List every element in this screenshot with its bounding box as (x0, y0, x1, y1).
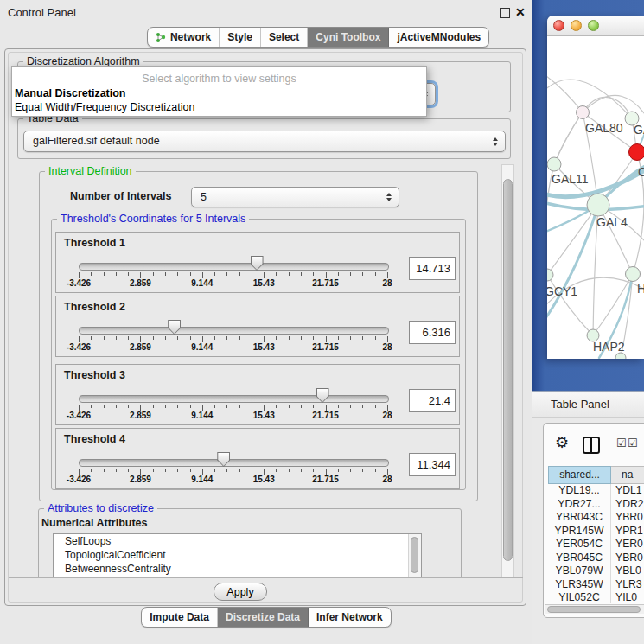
threshold-slider-track[interactable] (79, 395, 389, 403)
table-row[interactable]: YDL19...YDL1 (548, 484, 644, 498)
cell-name[interactable]: YBL0 (611, 564, 644, 578)
table-row[interactable]: YPR145WYPR1 (548, 525, 644, 539)
threshold-slider-track[interactable] (79, 327, 389, 335)
cell-name[interactable]: YDL1 (611, 484, 644, 498)
bottom-tab-impute-data[interactable]: Impute Data (142, 608, 218, 627)
top-tab-select[interactable]: Select (261, 28, 308, 47)
bottom-tab-discretize-data[interactable]: Discretize Data (218, 608, 309, 627)
table-row[interactable]: YIL052CYIL0 (548, 591, 644, 603)
threshold-panel-3: Threshold 3-3.4262.8599.14415.4321.71528… (55, 364, 460, 425)
slider-tick (289, 272, 290, 276)
network-edge[interactable] (554, 112, 583, 164)
table-row[interactable]: YBR043CYBR0 (548, 511, 644, 525)
slider-tick (387, 469, 388, 475)
threshold-value-field[interactable]: 6.316 (409, 321, 456, 344)
network-node[interactable] (547, 157, 561, 171)
cell-name[interactable]: YER0 (611, 538, 644, 552)
apply-button[interactable]: Apply (214, 583, 267, 601)
checkbox-icon[interactable]: ☑ (628, 437, 638, 450)
threshold-slider-track[interactable] (79, 459, 389, 467)
number-of-intervals-combo[interactable]: 5 (191, 187, 399, 207)
attributes-list-scrollbar[interactable] (408, 534, 421, 577)
checkbox-icon[interactable]: ☑ (616, 437, 627, 450)
zoom-traffic-light-icon[interactable] (588, 20, 599, 31)
top-tab-cyni-toolbox[interactable]: Cyni Toolbox (308, 28, 389, 47)
network-edge[interactable] (547, 71, 583, 112)
cell-shared-name[interactable]: YER054C (548, 538, 611, 552)
table-data-combo-value: galFiltered.sif default node (33, 131, 160, 151)
threshold-value-field[interactable]: 11.344 (409, 453, 456, 476)
threshold-value-field[interactable]: 21.4 (409, 389, 456, 412)
table-row[interactable]: YDR27...YDR2 (548, 498, 644, 512)
network-node[interactable] (615, 353, 626, 359)
gear-icon[interactable]: ⚙ (555, 434, 569, 451)
slider-tick (362, 272, 363, 276)
float-window-icon[interactable] (500, 8, 510, 18)
threshold-value-field[interactable]: 14.713 (409, 257, 456, 280)
close-icon[interactable]: ✕ (515, 4, 526, 20)
network-node[interactable] (629, 144, 644, 161)
network-edge[interactable] (554, 112, 583, 164)
right-pane: GAL80GAGAL11CGAL4GCY1HHAP2 Table Panel ⚙… (532, 0, 644, 644)
table-hscrollbar[interactable] (545, 604, 644, 614)
slider-tick (338, 405, 339, 408)
panel-scrollbar[interactable] (501, 164, 514, 577)
table-hscrollbar-thumb[interactable] (547, 606, 641, 613)
table-row[interactable]: YBL079WYBL0 (548, 564, 644, 578)
attribute-list-item[interactable]: TopologicalCoefficient (54, 548, 421, 562)
top-tab-jactivemnodules[interactable]: jActiveMNodules (389, 28, 488, 47)
close-traffic-light-icon[interactable] (553, 20, 564, 31)
numerical-attributes-list[interactable]: SelfLoopsTopologicalCoefficientBetweenne… (53, 533, 422, 577)
network-edge[interactable] (547, 80, 632, 118)
slider-tick (79, 336, 80, 342)
column-header-name[interactable]: na (611, 466, 644, 484)
combo-arrows-icon (386, 193, 392, 201)
table-data-combo[interactable]: galFiltered.sif default node (23, 131, 506, 152)
attribute-list-item[interactable]: BetweennessCentrality (54, 562, 421, 576)
slider-tick-label: 9.144 (191, 475, 213, 484)
cell-name[interactable]: YIL0 (611, 591, 644, 603)
network-node-label: GA (634, 123, 644, 137)
table-row[interactable]: YER054CYER0 (548, 538, 644, 552)
slider-tick (91, 336, 92, 340)
column-header-shared-name[interactable]: shared... (548, 466, 611, 484)
cell-shared-name[interactable]: YIL052C (548, 591, 611, 603)
network-node[interactable] (587, 194, 609, 216)
cell-shared-name[interactable]: YPR145W (548, 525, 611, 539)
table-row[interactable]: YBR045CYBR0 (548, 552, 644, 565)
network-node[interactable] (547, 269, 553, 281)
threshold-slider-track[interactable] (79, 263, 389, 271)
network-edge[interactable] (583, 97, 632, 118)
cell-shared-name[interactable]: YBR043C (548, 511, 611, 525)
slider-tick (350, 336, 351, 340)
popup-item-manual-discretization[interactable]: Manual Discretization (15, 86, 424, 100)
panel-scrollbar-thumb[interactable] (503, 179, 513, 561)
minimize-traffic-light-icon[interactable] (571, 20, 582, 31)
network-edge[interactable] (547, 205, 598, 275)
cell-shared-name[interactable]: YLR345W (548, 578, 611, 592)
scrollbar-thumb[interactable] (411, 537, 418, 573)
cell-shared-name[interactable]: YBR045C (548, 552, 611, 565)
cell-name[interactable]: YPR1 (611, 525, 644, 539)
cell-name[interactable]: YBR0 (611, 552, 644, 565)
slider-tick-label: -3.426 (67, 342, 91, 352)
tab-label: Network (170, 28, 211, 47)
network-canvas[interactable]: GAL80GAGAL11CGAL4GCY1HHAP2 (547, 36, 644, 359)
attribute-list-item[interactable]: SelfLoops (54, 534, 421, 548)
top-tab-network[interactable]: Network (148, 28, 220, 47)
table-row[interactable]: YLR345WYLR3 (548, 578, 644, 592)
top-tab-style[interactable]: Style (220, 28, 261, 47)
popup-item-equal-width-frequency[interactable]: Equal Width/Frequency Discretization (15, 100, 424, 114)
cell-name[interactable]: YLR3 (611, 578, 644, 592)
network-node[interactable] (626, 267, 641, 282)
cell-name[interactable]: YBR0 (611, 511, 644, 525)
cell-shared-name[interactable]: YBL079W (548, 564, 611, 578)
cell-shared-name[interactable]: YDR27... (548, 498, 611, 512)
cell-shared-name[interactable]: YDL19... (548, 484, 611, 498)
network-edge[interactable] (547, 205, 598, 326)
bottom-tab-infer-network[interactable]: Infer Network (309, 608, 391, 627)
split-column-icon[interactable] (583, 437, 600, 454)
cell-name[interactable]: YDR2 (611, 498, 644, 512)
popup-placeholder-item[interactable]: Select algorithm to view settings (15, 72, 424, 86)
network-node[interactable] (577, 106, 590, 119)
